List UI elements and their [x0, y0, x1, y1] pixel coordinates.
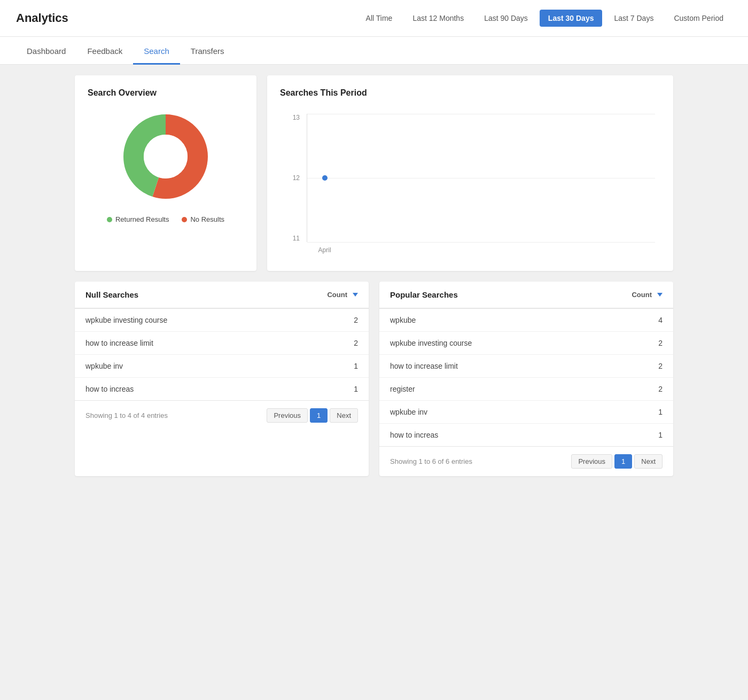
- null-searches-panel: Null Searches Count wpkube investing cou…: [75, 282, 369, 476]
- grid-line-mid: [307, 178, 655, 178]
- main-content: Search Overview Returned Results: [64, 75, 684, 487]
- popular-search-row: wpkube investing course2: [379, 332, 673, 355]
- period-btn-last-12-months[interactable]: Last 12 Months: [404, 10, 472, 27]
- null-searches-page-1-btn[interactable]: 1: [310, 408, 328, 423]
- null-search-term: wpkube investing course: [85, 316, 167, 324]
- svg-point-2: [144, 135, 188, 178]
- legend-no-results-dot: [182, 217, 187, 222]
- y-label-13: 13: [293, 114, 300, 121]
- period-btn-custom-period[interactable]: Custom Period: [665, 10, 732, 27]
- null-searches-header: Null Searches Count: [75, 282, 369, 309]
- null-search-row: wpkube inv1: [75, 355, 369, 378]
- y-label-11: 11: [293, 235, 300, 242]
- null-search-count: 1: [354, 385, 358, 393]
- popular-searches-prev-btn[interactable]: Previous: [571, 454, 612, 469]
- line-chart: 13 12 11 April: [280, 108, 660, 258]
- popular-search-term: wpkube: [390, 316, 416, 324]
- null-search-count: 2: [354, 339, 358, 347]
- y-label-12: 12: [293, 174, 300, 182]
- popular-search-count: 2: [658, 362, 663, 370]
- period-btn-all-time[interactable]: All Time: [357, 10, 401, 27]
- popular-searches-next-btn[interactable]: Next: [634, 454, 663, 469]
- popular-search-row: how to increase limit2: [379, 355, 673, 378]
- top-panels: Search Overview Returned Results: [75, 75, 673, 271]
- null-searches-footer: Showing 1 to 4 of 4 entries Previous 1 N…: [75, 400, 369, 430]
- popular-search-count: 2: [658, 385, 663, 393]
- popular-search-row: wpkube inv1: [379, 401, 673, 424]
- top-bar: Analytics All TimeLast 12 MonthsLast 90 …: [0, 0, 748, 37]
- popular-search-term: register: [390, 385, 415, 393]
- searches-period-panel: Searches This Period 13 12 11 April: [267, 75, 673, 271]
- null-search-row: how to increas1: [75, 378, 369, 400]
- donut-container: Returned Results No Results: [88, 108, 244, 223]
- period-btn-last-7-days[interactable]: Last 7 Days: [605, 10, 662, 27]
- null-searches-pagination: Previous 1 Next: [267, 408, 358, 423]
- legend-returned-label: Returned Results: [115, 215, 169, 223]
- null-search-count: 1: [354, 362, 358, 370]
- popular-search-count: 1: [658, 431, 663, 439]
- popular-searches-sort-icon[interactable]: [657, 293, 663, 297]
- popular-searches-footer: Showing 1 to 6 of 6 entries Previous 1 N…: [379, 446, 673, 476]
- null-search-row: wpkube investing course2: [75, 309, 369, 332]
- period-nav: All TimeLast 12 MonthsLast 90 DaysLast 3…: [357, 10, 732, 27]
- popular-searches-count-header: Count: [632, 291, 663, 299]
- popular-searches-pagination: Previous 1 Next: [571, 454, 663, 469]
- popular-search-row: register2: [379, 378, 673, 401]
- popular-searches-title: Popular Searches: [390, 290, 458, 299]
- popular-search-row: wpkube4: [379, 309, 673, 332]
- tabs-bar: DashboardFeedbackSearchTransfers: [0, 37, 748, 65]
- popular-searches-panel: Popular Searches Count wpkube4wpkube inv…: [379, 282, 673, 476]
- popular-search-row: how to increas1: [379, 424, 673, 446]
- popular-search-term: wpkube investing course: [390, 339, 472, 347]
- donut-legend: Returned Results No Results: [107, 215, 224, 223]
- y-axis: 13 12 11: [280, 114, 304, 242]
- legend-no-results: No Results: [182, 215, 224, 223]
- null-searches-prev-btn[interactable]: Previous: [267, 408, 308, 423]
- popular-search-term: how to increase limit: [390, 362, 458, 370]
- donut-chart: [118, 108, 214, 205]
- grid-line-top: [307, 114, 655, 114]
- null-search-term: how to increase limit: [85, 339, 153, 347]
- popular-search-count: 1: [658, 408, 663, 416]
- grid-line-bottom: [307, 242, 655, 243]
- popular-search-term: wpkube inv: [390, 408, 427, 416]
- app-title: Analytics: [16, 11, 68, 25]
- null-searches-count-header: Count: [327, 291, 358, 299]
- period-btn-last-90-days[interactable]: Last 90 Days: [476, 10, 536, 27]
- popular-searches-showing: Showing 1 to 6 of 6 entries: [390, 457, 472, 465]
- chart-inner: April: [307, 114, 655, 242]
- popular-search-term: how to increas: [390, 431, 438, 439]
- legend-returned: Returned Results: [107, 215, 169, 223]
- popular-searches-page-1-btn[interactable]: 1: [614, 454, 632, 469]
- null-search-count: 2: [354, 316, 358, 324]
- popular-search-count: 4: [658, 316, 663, 324]
- null-searches-showing: Showing 1 to 4 of 4 entries: [85, 411, 168, 419]
- chart-data-dot: [322, 175, 328, 181]
- bottom-panels: Null Searches Count wpkube investing cou…: [75, 282, 673, 476]
- popular-search-count: 2: [658, 339, 663, 347]
- null-searches-next-btn[interactable]: Next: [330, 408, 358, 423]
- legend-no-results-label: No Results: [190, 215, 224, 223]
- tab-feedback[interactable]: Feedback: [76, 37, 133, 65]
- null-searches-rows: wpkube investing course2how to increase …: [75, 309, 369, 400]
- null-search-term: how to increas: [85, 385, 134, 393]
- tab-search[interactable]: Search: [133, 37, 180, 65]
- null-search-row: how to increase limit2: [75, 332, 369, 355]
- null-searches-sort-icon[interactable]: [353, 293, 358, 297]
- popular-searches-rows: wpkube4wpkube investing course2how to in…: [379, 309, 673, 446]
- searches-period-title: Searches This Period: [280, 88, 660, 98]
- period-btn-last-30-days[interactable]: Last 30 Days: [540, 10, 603, 27]
- legend-returned-dot: [107, 217, 112, 222]
- tab-transfers[interactable]: Transfers: [180, 37, 235, 65]
- null-searches-title: Null Searches: [85, 290, 138, 299]
- search-overview-title: Search Overview: [88, 88, 244, 98]
- tab-dashboard[interactable]: Dashboard: [16, 37, 76, 65]
- x-label-april: April: [318, 246, 331, 254]
- popular-searches-header: Popular Searches Count: [379, 282, 673, 309]
- null-search-term: wpkube inv: [85, 362, 123, 370]
- search-overview-panel: Search Overview Returned Results: [75, 75, 256, 271]
